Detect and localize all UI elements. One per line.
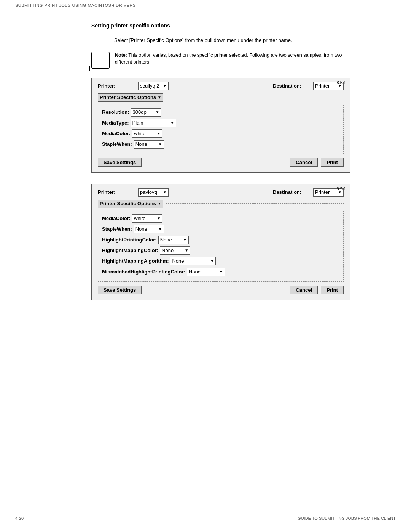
dialog1-pso-row: Printer Specific Options ▼: [98, 93, 344, 102]
dialog2-pso-label: Printer Specific Options: [100, 201, 156, 206]
dialog2-option-4-select[interactable]: None ▼: [170, 257, 216, 265]
dialog1-printer-label: Printer:: [98, 83, 136, 89]
dialog1-option-3-select[interactable]: None ▼: [134, 140, 164, 149]
dialog1-option-1: MediaType: Plain ▼: [102, 119, 339, 127]
dialog1-option-0-label: Resolution:: [102, 109, 129, 115]
dialog2-destination-value: Printer: [315, 189, 336, 195]
dialog2-option-3-arrow: ▼: [185, 248, 188, 252]
dialog2-option-5-select[interactable]: None ▼: [187, 268, 225, 276]
dialog1-option-1-arrow: ▼: [170, 121, 174, 125]
note-label: Note:: [115, 53, 127, 58]
dialog2-option-2-label: HighlightPrintingColor:: [102, 237, 157, 243]
dialog2-printer-arrow: ▼: [163, 190, 167, 194]
dialog2-option-5-arrow: ▼: [219, 270, 223, 274]
dialog2-header-left: Printer: pavlovq ▼: [98, 188, 169, 197]
dialog1-option-3-label: StapleWhen:: [102, 141, 132, 147]
intro-text: Select [Printer Specific Options] from t…: [114, 37, 327, 44]
dialog2-option-2-select[interactable]: None ▼: [158, 236, 189, 244]
dialog1-header-right: Destination: Printer ▼: [273, 82, 344, 90]
dialog1-printer-arrow: ▼: [163, 84, 167, 88]
print-dialog-1: 8.5.1 Printer: scullyq 2 ▼ Destination: …: [91, 78, 350, 173]
dialog2-option-5: MismatchedHighlightPrintingColor: None ▼: [102, 268, 339, 276]
dialog1-option-2-value: white: [134, 131, 155, 136]
dialog2-option-2-value: None: [160, 237, 182, 243]
print-dialog-2: 8.5.1 Printer: pavlovq ▼ Destination: Pr…: [91, 184, 350, 300]
dialog1-option-2-select[interactable]: white ▼: [132, 129, 162, 138]
dialog2-option-0-value: white: [134, 216, 155, 221]
dialog2-option-3: HighlightMappingColor: None ▼: [102, 246, 339, 255]
dialog2-header-right: Destination: Printer ▼: [273, 188, 344, 197]
dialog2-footer-right: Cancel Print: [290, 286, 344, 294]
dialog2-pso-arrow: ▼: [158, 201, 161, 206]
dialog2-footer: Save Settings Cancel Print: [98, 286, 344, 294]
dialog1-destination-value: Printer: [315, 83, 336, 89]
dialog2-header-row: Printer: pavlovq ▼ Destination: Printer …: [98, 188, 344, 197]
dialog2-option-0-arrow: ▼: [157, 216, 161, 220]
dialog1-header-row: Printer: scullyq 2 ▼ Destination: Printe…: [98, 82, 344, 90]
dialog2-printer-select[interactable]: pavlovq ▼: [138, 188, 169, 197]
dialog1-version: 8.5.1: [337, 80, 346, 85]
dialog2-option-2-arrow: ▼: [183, 238, 187, 242]
dialog1-destination-label: Destination:: [273, 83, 311, 89]
dialog1-option-3-value: None: [135, 141, 157, 147]
dialog2-option-5-label: MismatchedHighlightPrintingColor:: [102, 269, 185, 275]
dialog2-pso-select[interactable]: Printer Specific Options ▼: [98, 200, 163, 208]
dialog1-print-button[interactable]: Print: [321, 158, 344, 167]
dialog2-option-4-value: None: [172, 258, 209, 264]
dialog1-options-body: Resolution: 300dpi ▼ MediaType: Plain ▼ …: [98, 105, 344, 154]
page-header: SUBMITTING PRINT JOBS USING MACINTOSH DR…: [0, 0, 411, 11]
note-body: This option varies, based on the specifi…: [115, 53, 342, 65]
dialog2-destination-label: Destination:: [273, 189, 311, 195]
dialog1-option-0-arrow: ▼: [156, 110, 159, 114]
footer-left: 4-20: [15, 516, 24, 521]
dialog1-pso-select[interactable]: Printer Specific Options ▼: [98, 93, 163, 102]
dialog2-cancel-button[interactable]: Cancel: [290, 286, 318, 294]
dialog1-pso-arrow: ▼: [158, 95, 161, 99]
dialog2-printer-label: Printer:: [98, 189, 136, 195]
dialog1-printer-select[interactable]: scullyq 2 ▼: [138, 82, 169, 90]
dialog1-option-1-label: MediaType:: [102, 120, 129, 126]
dialog1-option-2-arrow: ▼: [157, 131, 161, 136]
dialog1-option-2-label: MediaColor:: [102, 131, 131, 136]
dialog2-pso-row: Printer Specific Options ▼: [98, 200, 344, 208]
dialog2-version: 8.5.1: [337, 187, 346, 191]
dialog2-option-4-label: HighlightMappingAlgorithm:: [102, 258, 169, 264]
dialog1-footer-right: Cancel Print: [290, 158, 344, 167]
dialog1-option-0-value: 300dpi: [133, 109, 154, 115]
dialog2-option-1-value: None: [135, 226, 157, 232]
dialog2-print-button[interactable]: Print: [321, 286, 344, 294]
dialog1-pso-label: Printer Specific Options: [100, 94, 156, 100]
dialog1-option-3: StapleWhen: None ▼: [102, 140, 339, 149]
dialog2-save-button[interactable]: Save Settings: [98, 286, 142, 294]
dialog1-cancel-button[interactable]: Cancel: [290, 158, 318, 167]
dialog1-option-0-select[interactable]: 300dpi ▼: [131, 108, 161, 117]
header-text: SUBMITTING PRINT JOBS USING MACINTOSH DR…: [15, 3, 136, 8]
dialog2-option-1-select[interactable]: None ▼: [134, 225, 164, 233]
dialog2-option-4-arrow: ▼: [210, 259, 214, 263]
dialog1-footer: Save Settings Cancel Print: [98, 158, 344, 167]
dialog1-option-1-select[interactable]: Plain ▼: [131, 119, 176, 127]
dialog2-option-3-label: HighlightMappingColor:: [102, 248, 158, 253]
dialog1-option-3-arrow: ▼: [158, 142, 162, 146]
dialog2-option-1: StapleWhen: None ▼: [102, 225, 339, 233]
dialog2-pso-divider: [166, 203, 344, 204]
dialog2-options-body: MediaColor: white ▼ StapleWhen: None ▼ H…: [98, 211, 344, 282]
page-footer: 4-20 GUIDE TO SUBMITTING JOBS FROM THE C…: [0, 512, 411, 524]
dialog1-option-1-value: Plain: [132, 120, 169, 126]
dialog2-option-4: HighlightMappingAlgorithm: None ▼: [102, 257, 339, 265]
dialog2-option-1-arrow: ▼: [158, 227, 162, 231]
note-text: Note: This option varies, based on the s…: [115, 52, 342, 66]
dialog1-pso-divider: [166, 97, 344, 97]
dialog1-option-0: Resolution: 300dpi ▼: [102, 108, 339, 117]
dialog2-option-3-select[interactable]: None ▼: [160, 246, 190, 255]
footer-right: GUIDE TO SUBMITTING JOBS FROM THE CLIENT: [298, 516, 396, 521]
dialog1-save-button[interactable]: Save Settings: [98, 158, 142, 167]
dialog2-option-3-value: None: [162, 248, 183, 253]
note-icon: [91, 52, 110, 69]
dialog1-option-2: MediaColor: white ▼: [102, 129, 339, 138]
note-block: Note: This option varies, based on the s…: [91, 52, 342, 69]
dialog2-option-0-select[interactable]: white ▼: [132, 214, 162, 223]
dialog2-option-0: MediaColor: white ▼: [102, 214, 339, 223]
dialog2-option-5-value: None: [189, 269, 218, 275]
dialog1-header-left: Printer: scullyq 2 ▼: [98, 82, 169, 90]
